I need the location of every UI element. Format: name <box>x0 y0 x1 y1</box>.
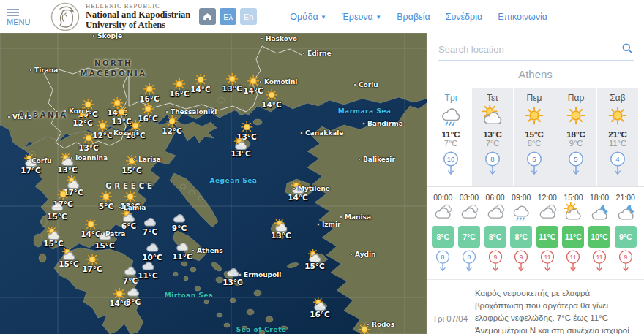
home-button[interactable] <box>199 8 216 25</box>
hour-time: 21:00 <box>613 193 638 202</box>
weather-marker: 17°C <box>82 252 102 273</box>
svg-text:11: 11 <box>570 254 577 261</box>
hour-column: 03:00 7°C 8 <box>457 193 482 276</box>
chevron-down-icon: ▼ <box>375 14 381 20</box>
marker-temp: 14°C <box>243 86 263 95</box>
day-tabs: Τρι 11°C 7°C 10 Τετ 13°C 7°C 8 Πεμ 15°C <box>427 88 644 187</box>
hour-column: 21:00 9°C 9 <box>613 193 638 276</box>
sun-cloud-icon <box>482 105 503 126</box>
org-line3: University of Athens <box>86 20 190 30</box>
marker-temp: 17°C <box>82 265 102 273</box>
high-temp: 18°C <box>555 130 596 139</box>
nav-research[interactable]: Έρευνα ▼ <box>342 12 381 22</box>
low-temp: 11°C <box>597 139 638 148</box>
forecast-panel: Athens Τρι 11°C 7°C 10 Τετ 13°C 7°C 8 <box>427 33 644 334</box>
forecast-text: Καιρός νεφοσκεπής με ελαφρά βροχόπτωση π… <box>475 287 637 334</box>
weather-marker: 11°C <box>138 259 158 280</box>
hour-time: 15:00 <box>561 193 586 202</box>
region-label: GREECE <box>105 181 155 191</box>
sun-icon <box>523 105 545 126</box>
marker-temp: 15°C <box>94 241 115 250</box>
search-input[interactable] <box>438 44 634 55</box>
weather-marker: 16°C <box>310 297 330 319</box>
city-dot <box>239 273 242 276</box>
sea-label: Marmara Sea <box>338 107 392 115</box>
marker-temp: 9°C <box>172 224 187 232</box>
hour-temp: 11°C <box>562 226 584 248</box>
lang-el-button[interactable]: Ελ <box>220 8 236 25</box>
day-tab-sat[interactable]: Σαβ 21°C 11°C 4 <box>597 88 638 186</box>
day-tab-tue[interactable]: Τρι 11°C 7°C 10 <box>430 88 471 186</box>
day-tab-fri[interactable]: Παρ 18°C 9°C 5 <box>555 88 596 186</box>
weather-marker: 7°C <box>123 264 138 285</box>
weather-marker: 5°C <box>99 189 113 210</box>
svg-text:5: 5 <box>574 155 577 163</box>
wind-indicator: 9 <box>482 250 508 276</box>
marker-temp: 15°C <box>121 166 142 175</box>
city-label: Thessaloniki <box>165 108 217 115</box>
search-icon[interactable] <box>621 42 633 57</box>
city-label: Bandirma <box>362 120 403 127</box>
forecast-line2: Άνεμοι μέτριοι Ν και στη συνέχεια ισχυρο… <box>475 324 637 334</box>
city-dot <box>70 156 73 159</box>
city-dot <box>29 69 32 72</box>
hour-column: 12:00 11°C 11 <box>535 193 561 276</box>
marker-temp: 14°C <box>190 85 211 94</box>
marker-temp: 13°C <box>222 278 243 286</box>
hour-temp: 10°C <box>588 226 610 248</box>
hamburger-icon <box>7 9 37 16</box>
nav-conferences[interactable]: Συνέδρια <box>446 12 482 22</box>
city-label: Ioannina <box>70 154 108 162</box>
city-dot <box>261 37 263 40</box>
city-dot <box>192 249 195 252</box>
forecast-date: Τρι 07/04 <box>433 314 475 323</box>
university-logo[interactable] <box>50 2 80 31</box>
mooncloud-icon <box>590 202 609 221</box>
city-dot <box>353 83 356 86</box>
quick-buttons: Ελ En <box>199 8 257 25</box>
weather-marker: 15°C <box>43 227 64 248</box>
day-tab-thu[interactable]: Πεμ 15°C 8°C 6 <box>514 88 555 186</box>
hour-time: 09:00 <box>509 193 534 202</box>
city-label: Larisa <box>133 156 161 163</box>
menu-button[interactable]: MENU <box>7 7 37 26</box>
wind-indicator: 5 <box>555 151 596 180</box>
lang-en-button[interactable]: En <box>240 8 257 25</box>
forecast-line1: Καιρός νεφοσκεπής με ελαφρά βροχόπτωση π… <box>475 287 637 324</box>
hour-time: 03:00 <box>457 193 482 202</box>
hour-column: 06:00 8°C 9 <box>482 193 508 276</box>
header: MENU HELLENIC REPUBLIC National and Kapo… <box>0 0 644 33</box>
svg-text:10: 10 <box>447 155 455 163</box>
hour-time: 18:00 <box>587 193 613 202</box>
high-temp: 11°C <box>430 130 471 139</box>
sun-icon <box>565 105 587 126</box>
nav-contact[interactable]: Επικοινωνία <box>498 12 547 22</box>
location-title: Athens <box>427 61 644 88</box>
chevron-down-icon: ▼ <box>321 14 326 20</box>
hour-temp: 8°C <box>432 226 454 248</box>
marker-temp: 13°C <box>271 231 291 240</box>
marker-temp: 7°C <box>123 276 138 285</box>
marker-temp: 16°C <box>169 89 190 98</box>
menu-label: MENU <box>7 18 37 26</box>
city-label: Haskovo <box>261 35 297 42</box>
city-dot <box>26 159 29 162</box>
svg-text:4: 4 <box>615 155 619 163</box>
marker-temp: 13°C <box>57 165 78 174</box>
marker-temp: 13°C <box>78 143 99 152</box>
city-dot <box>165 110 168 113</box>
day-tab-wed[interactable]: Τετ 13°C 7°C 8 <box>472 88 513 186</box>
nav-team[interactable]: Ομάδα ▼ <box>290 12 326 22</box>
marker-temp: 8°C <box>126 297 141 306</box>
weather-map[interactable]: 10°C14°C16°C16°C14°C16°C13°C12°C12°C16°C… <box>0 33 427 334</box>
weather-marker: 16°C <box>169 77 190 98</box>
nav-awards[interactable]: Βραβεία <box>397 12 430 22</box>
city-label: Rodos <box>367 321 394 328</box>
city-label: Corfu <box>26 157 52 164</box>
city-label: Tirana <box>29 67 58 74</box>
weather-marker: 13°C <box>271 219 291 240</box>
city-label: Kozani <box>108 129 138 137</box>
high-temp: 15°C <box>514 130 555 139</box>
hour-temp: 11°C <box>536 226 558 248</box>
wind-indicator: 6 <box>514 151 555 180</box>
